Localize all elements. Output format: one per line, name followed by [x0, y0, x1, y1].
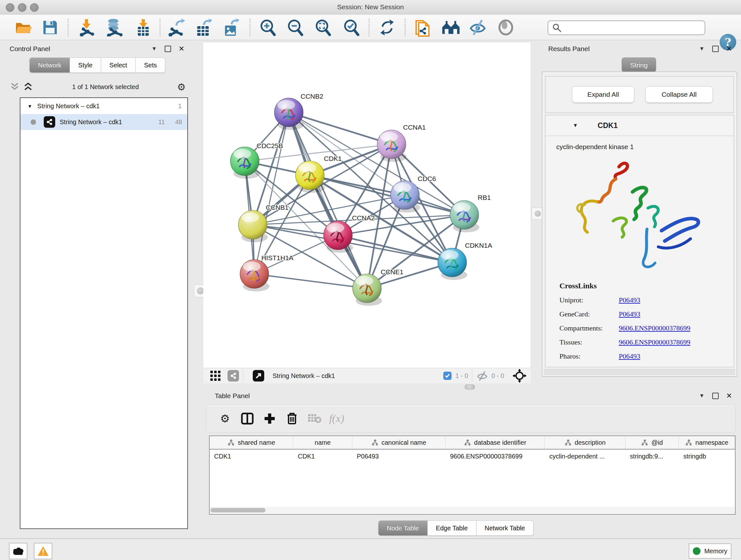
- delete-column-icon[interactable]: [281, 408, 303, 429]
- tab-select[interactable]: Select: [101, 57, 136, 73]
- grid-view-icon[interactable]: [209, 369, 222, 382]
- network-node-HIST1H1A[interactable]: [240, 260, 269, 292]
- panel-float-icon[interactable]: [712, 46, 719, 52]
- show-columns-icon[interactable]: [236, 408, 259, 429]
- network-canvas[interactable]: CCNB2CCNA1CDC25BCDK1CDC6RB1CCNB1CCNA2CDK…: [203, 43, 531, 368]
- zoom-in-button[interactable]: [259, 18, 277, 37]
- table-cell[interactable]: stringdb:9...: [625, 449, 679, 463]
- tab-network-table[interactable]: Network Table: [476, 520, 534, 536]
- tab-network[interactable]: Network: [29, 57, 70, 73]
- import-network-file-button[interactable]: [77, 18, 96, 37]
- hide-unhide-button[interactable]: [468, 18, 487, 37]
- crosslink-link[interactable]: P06493: [619, 310, 640, 318]
- panel-close-icon[interactable]: ✕: [179, 45, 185, 53]
- warning-status-button[interactable]: [34, 543, 52, 559]
- network-node-CDC6[interactable]: [391, 181, 420, 212]
- expand-all-button[interactable]: Expand All: [572, 86, 634, 103]
- panel-menu-icon[interactable]: ▼: [151, 46, 157, 52]
- network-node-CCNE1[interactable]: [353, 274, 382, 306]
- memory-button[interactable]: Memory: [689, 543, 731, 559]
- export-image-icon: [222, 18, 239, 37]
- network-node-CCNA1[interactable]: [377, 130, 407, 162]
- export-table-button[interactable]: [194, 18, 212, 37]
- node-label-CDK1: CDK1: [324, 155, 342, 162]
- zoom-selected-button[interactable]: [342, 18, 360, 37]
- network-collection-label: String Network – cdk1: [37, 103, 100, 110]
- import-table-button[interactable]: [134, 18, 152, 37]
- tree-expander-icon[interactable]: ▼: [27, 104, 32, 109]
- network-node-CDKN1A[interactable]: [438, 248, 467, 280]
- add-column-icon[interactable]: [259, 408, 281, 429]
- scrollbar-thumb[interactable]: [211, 508, 266, 512]
- column-header-name[interactable]: name: [293, 436, 352, 449]
- crosslink-link[interactable]: 9606.ENSP00000378699: [619, 324, 690, 332]
- column-header-shared-name[interactable]: shared name: [210, 436, 293, 449]
- network-node-CDC25B[interactable]: [230, 147, 260, 179]
- zoom-out-button[interactable]: [286, 18, 305, 37]
- column-header-canonical-name[interactable]: canonical name: [352, 436, 446, 449]
- table-cell[interactable]: stringdb: [679, 449, 735, 463]
- tab-sets[interactable]: Sets: [136, 57, 165, 73]
- open-in-window-icon[interactable]: [253, 370, 264, 381]
- zoom-fit-button[interactable]: [314, 18, 332, 37]
- tab-string[interactable]: String: [622, 57, 656, 72]
- crosslink-link[interactable]: P06493: [619, 352, 640, 361]
- network-node-CCNB2[interactable]: [274, 98, 304, 130]
- collection-count: 1: [178, 103, 182, 110]
- search-field[interactable]: [548, 20, 705, 35]
- collapse-all-button[interactable]: Collapse All: [645, 86, 713, 103]
- open-session-button[interactable]: [14, 18, 33, 37]
- fit-content-crosshair-icon[interactable]: [513, 369, 527, 383]
- panel-close-icon[interactable]: ✕: [726, 392, 732, 400]
- panel-menu-icon[interactable]: ▼: [699, 393, 704, 399]
- tab-style[interactable]: Style: [70, 57, 101, 73]
- network-overview-button[interactable]: [442, 18, 460, 37]
- export-network-button[interactable]: [167, 18, 186, 37]
- table-cell[interactable]: 9606.ENSP00000378699: [446, 449, 545, 463]
- divider: [472, 369, 472, 382]
- tab-edge-table[interactable]: Edge Table: [428, 520, 476, 536]
- table-cell[interactable]: P06493: [352, 449, 446, 463]
- save-session-button[interactable]: [41, 18, 59, 37]
- column-header-database-identifier[interactable]: database identifier: [446, 436, 545, 449]
- crosslink-link[interactable]: 9606.ENSP00000378699: [619, 338, 690, 347]
- results-scrollbar[interactable]: [544, 369, 735, 375]
- gene-section-header[interactable]: ▼ CDK1: [545, 115, 734, 136]
- refresh-button[interactable]: [378, 18, 396, 37]
- column-header--id[interactable]: @id: [625, 436, 679, 449]
- panel-float-icon[interactable]: [712, 393, 719, 399]
- table-row[interactable]: CDK1CDK1P064939606.ENSP00000378699cyclin…: [210, 449, 735, 463]
- gear-icon[interactable]: ⚙: [177, 81, 186, 92]
- table-settings-gear-icon[interactable]: ⚙: [214, 408, 236, 429]
- network-tree-root-row[interactable]: ▼ String Network – cdk1 1: [20, 98, 187, 114]
- network-tree-item-row[interactable]: String Network – cdk1 11 48: [20, 114, 187, 130]
- network-node-CCNB1[interactable]: [239, 210, 268, 242]
- table-horizontal-scrollbar[interactable]: [210, 507, 734, 513]
- export-image-button[interactable]: [221, 18, 240, 37]
- network-node-CCNA2[interactable]: [324, 221, 353, 253]
- gray-sphere-button[interactable]: [496, 18, 515, 37]
- delete-table-icon: [303, 408, 326, 429]
- panel-close-icon[interactable]: ✕: [726, 45, 732, 53]
- network-node-RB1[interactable]: [450, 200, 479, 233]
- column-header-namespace[interactable]: namespace: [679, 436, 735, 449]
- selected-checkbox-icon[interactable]: [443, 372, 452, 380]
- import-network-database-button[interactable]: [105, 18, 123, 37]
- column-header-description[interactable]: description: [545, 436, 625, 449]
- tab-node-table[interactable]: Node Table: [378, 520, 428, 536]
- network-node-CDK1[interactable]: [295, 161, 325, 193]
- crosslink-link[interactable]: P06493: [619, 296, 640, 304]
- export-webpage-button[interactable]: [414, 18, 432, 37]
- expand-all-icon[interactable]: [23, 82, 34, 91]
- table-cell[interactable]: CDK1: [210, 449, 293, 463]
- search-input[interactable]: [562, 22, 704, 34]
- cloud-status-button[interactable]: [9, 543, 27, 559]
- panel-menu-icon[interactable]: ▼: [699, 46, 704, 52]
- horizontal-splitter-grip[interactable]: [465, 384, 475, 389]
- birds-eye-icon[interactable]: [227, 370, 239, 381]
- table-cell[interactable]: cyclin-dependent ...: [545, 449, 625, 463]
- table-cell[interactable]: CDK1: [293, 449, 352, 463]
- collapse-all-icon[interactable]: [10, 82, 20, 91]
- section-expander-icon[interactable]: ▼: [573, 123, 578, 128]
- panel-float-icon[interactable]: [165, 46, 171, 52]
